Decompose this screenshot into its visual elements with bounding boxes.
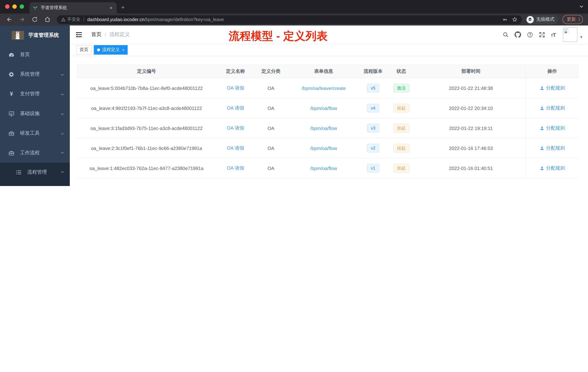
close-window-button[interactable] — [5, 4, 10, 9]
version-badge: v1 — [367, 164, 379, 173]
reload-icon[interactable] — [32, 16, 38, 22]
browser-tab[interactable]: 芋道管理系统 × — [30, 2, 117, 13]
sidebar-item-infrastructure[interactable]: 基础设施 — [0, 104, 70, 123]
status-badge: 挂起 — [393, 164, 409, 173]
user-icon — [539, 166, 544, 171]
definition-name-link[interactable]: OA 请假 — [227, 165, 244, 171]
browser-menu-icon[interactable] — [579, 17, 580, 22]
definition-id: oa_leave:4:991f2193-7b7f-11ec-a3c8-acde4… — [77, 98, 216, 118]
deploy-time: 2022-01-22 20:34:10 — [416, 98, 525, 118]
password-key-icon[interactable] — [502, 17, 507, 22]
user-icon — [539, 126, 544, 131]
url-path: /bpm/manager/definition?key=oa_leave — [144, 17, 224, 22]
forward-icon[interactable] — [19, 16, 25, 22]
definition-name-link[interactable]: OA 请假 — [227, 105, 244, 111]
column-header: 部署时间 — [416, 65, 525, 78]
assign-rule-link[interactable]: 分配规则 — [539, 85, 565, 91]
definition-name-link[interactable]: OA 请假 — [227, 85, 244, 91]
sidebar-item-payment[interactable]: ¥ 支付管理 — [0, 84, 70, 104]
main-panel: 流程模型 - 定义列表 首页 / 流程定义 — [70, 25, 588, 186]
column-header: 状态 — [386, 65, 416, 78]
browser-toolbar: 不安全 dashboard.yudao.iocoder.cn/bpm/manag… — [0, 13, 588, 25]
definition-category: OA — [254, 118, 287, 138]
sprout-favicon-icon — [33, 5, 38, 10]
deploy-time: 2022-01-16 01:40:51 — [416, 158, 525, 178]
new-tab-button[interactable]: + — [121, 4, 125, 11]
list-tree-icon — [16, 169, 22, 175]
app-logo[interactable]: 芋道管理系统 — [0, 25, 70, 45]
sidebar-toggle-icon[interactable] — [76, 32, 82, 37]
breadcrumb-separator: / — [105, 32, 106, 37]
maximize-window-button[interactable] — [20, 4, 24, 9]
minimize-window-button[interactable] — [12, 4, 17, 9]
bookmark-star-icon[interactable] — [512, 17, 517, 22]
tab-close-icon[interactable]: × — [109, 5, 114, 11]
definition-name-link[interactable]: OA 请假 — [227, 145, 244, 152]
form-link[interactable]: /bpm/oa/flow — [310, 105, 337, 111]
status-badge: 激活 — [393, 84, 409, 92]
form-link[interactable]: /bpm/oa/flow — [310, 125, 337, 131]
deploy-time: 2022-01-16 17:46:53 — [416, 138, 525, 158]
incognito-badge: 无痕模式 — [525, 15, 558, 24]
table-row: oa_leave:2:3c1f0ef1-76b1-11ec-9c66-a2380… — [77, 138, 578, 158]
assign-rule-link[interactable]: 分配规则 — [539, 105, 565, 111]
tag-close-icon[interactable]: × — [122, 47, 125, 52]
sidebar-item-process-management[interactable]: 流程管理 — [0, 163, 70, 182]
deploy-time: 2022-01-22 21:48:38 — [416, 78, 525, 98]
status-badge: 挂起 — [393, 104, 409, 112]
table-row: oa_leave:3:1fad3d93-7b75-11ec-a3c8-acde4… — [77, 118, 578, 138]
definition-category: OA — [254, 98, 287, 118]
sidebar-item-system[interactable]: 系统管理 — [0, 65, 70, 84]
url-domain: dashboard.yudao.iocoder.cn — [87, 17, 144, 22]
monitor-icon — [8, 110, 15, 117]
github-icon[interactable] — [514, 31, 521, 38]
dashboard-icon — [8, 52, 15, 58]
assign-rule-link[interactable]: 分配规则 — [539, 145, 565, 152]
home-icon[interactable] — [44, 16, 51, 22]
column-header: 定义名称 — [216, 65, 254, 78]
avatar-caret-icon[interactable]: ▼ — [580, 35, 583, 39]
avatar-broken-image[interactable] — [563, 27, 578, 42]
help-icon[interactable] — [527, 32, 533, 38]
sidebar-item-workflow[interactable]: 工作流程 — [0, 143, 70, 163]
window-controls[interactable] — [5, 4, 24, 9]
breadcrumb-home[interactable]: 首页 — [91, 31, 101, 38]
definition-category: OA — [254, 138, 287, 158]
definition-id: oa_leave:1:482ec033-762a-11ec-8477-a2380… — [77, 158, 216, 178]
sidebar-item-label: 研发工具 — [20, 130, 40, 136]
version-badge: v2 — [367, 144, 379, 153]
version-badge: v4 — [367, 104, 379, 112]
navbar-actions: TT ▼ — [500, 27, 588, 42]
column-header: 定义分类 — [254, 65, 287, 78]
definition-id: oa_leave:2:3c1f0ef1-76b1-11ec-9c66-a2380… — [77, 138, 216, 158]
tag-home[interactable]: 首页 — [76, 45, 92, 55]
assign-rule-link[interactable]: 分配规则 — [539, 125, 565, 131]
sidebar-item-dev-tools[interactable]: 研发工具 — [0, 123, 70, 143]
app-title: 芋道管理系统 — [28, 32, 59, 38]
sidebar-item-label: 首页 — [20, 51, 30, 58]
sidebar-item-home[interactable]: 首页 — [0, 45, 70, 65]
form-link[interactable]: /bpm/oa/flow — [310, 165, 337, 171]
tab-title: 芋道管理系统 — [41, 5, 109, 11]
red-annotation-title: 流程模型 - 定义列表 — [229, 29, 328, 44]
chrome-update-button[interactable]: 更新 — [562, 15, 583, 24]
not-secure-warning-icon[interactable] — [61, 17, 65, 22]
search-icon[interactable] — [503, 32, 509, 38]
tag-process-definition[interactable]: 流程定义 × — [94, 45, 128, 55]
assign-rule-link[interactable]: 分配规则 — [539, 165, 565, 171]
address-bar[interactable]: 不安全 dashboard.yudao.iocoder.cn/bpm/manag… — [57, 15, 522, 24]
tab-search-chevron-icon[interactable] — [579, 4, 584, 10]
font-size-icon[interactable]: TT — [551, 32, 556, 38]
form-link[interactable]: /bpm/oa/leave/create — [302, 85, 346, 91]
definition-category: OA — [254, 158, 287, 178]
fullscreen-icon[interactable] — [539, 32, 545, 38]
back-icon[interactable] — [6, 16, 12, 22]
status-badge: 挂起 — [393, 144, 409, 153]
form-link[interactable]: /bpm/oa/flow — [310, 145, 337, 151]
definition-name-link[interactable]: OA 请假 — [227, 125, 244, 131]
sidebar-item-label: 基础设施 — [20, 110, 40, 117]
sidebar-menu: 首页 系统管理 ¥ 支付管理 — [0, 45, 70, 186]
not-secure-label: 不安全 — [67, 16, 80, 22]
incognito-icon — [526, 16, 534, 23]
sidebar-item-process-form[interactable]: 流程表单 — [0, 182, 70, 186]
